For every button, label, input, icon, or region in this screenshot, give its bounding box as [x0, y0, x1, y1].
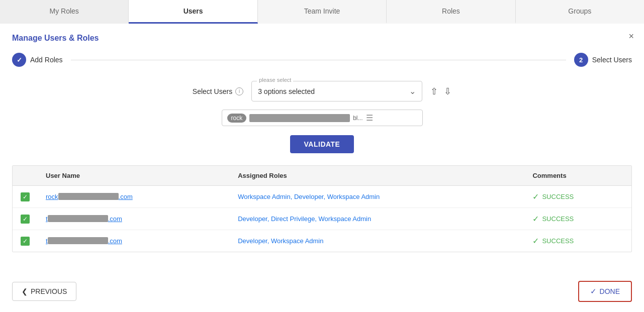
tabs-bar: My Roles Users Team Invite Roles Groups: [0, 0, 644, 24]
dropdown-value: 3 options selected: [258, 87, 315, 95]
username-cell: t .com: [38, 230, 230, 252]
step-2-label: Select Users: [592, 56, 632, 64]
step-1-label: Add Roles: [30, 56, 63, 64]
close-button[interactable]: ×: [628, 32, 634, 41]
download-button[interactable]: ⇩: [444, 86, 451, 97]
user-email-link[interactable]: t .com: [46, 237, 122, 245]
assigned-roles-cell: Developer, Direct Privilege, Workspace A…: [230, 208, 524, 230]
step-1: ✓ Add Roles: [12, 53, 63, 67]
checkbox[interactable]: [21, 215, 30, 224]
table-header-row: User Name Assigned Roles Comments: [13, 166, 631, 186]
upload-button[interactable]: ⇧: [430, 86, 438, 97]
redacted-username: [48, 237, 108, 244]
user-email-link[interactable]: rock .com: [46, 193, 133, 200]
validate-button[interactable]: VALIDATE: [290, 135, 354, 153]
success-icon: ✓: [532, 192, 539, 201]
done-label: DONE: [600, 287, 620, 295]
tag-1: rock: [227, 114, 247, 123]
row-checkbox-cell[interactable]: [13, 230, 38, 252]
previous-label: PREVIOUS: [31, 287, 67, 295]
table-row: rock .comWorkspace Admin, Developer, Wor…: [13, 186, 631, 208]
select-users-dropdown[interactable]: please select 3 options selected ⌄: [251, 81, 422, 101]
tab-my-roles[interactable]: My Roles: [0, 0, 129, 24]
comments-cell: ✓SUCCESS: [524, 208, 631, 230]
tags-row: rock bl... ☰: [12, 110, 632, 126]
results-table: User Name Assigned Roles Comments rock .…: [12, 165, 632, 252]
done-button[interactable]: ✓ DONE: [578, 281, 632, 302]
chevron-left-icon: ❮: [22, 287, 28, 295]
redacted-username: [58, 193, 119, 200]
status-badge: SUCCESS: [542, 193, 574, 200]
row-checkbox-cell[interactable]: [13, 208, 38, 230]
status-badge: SUCCESS: [542, 237, 574, 245]
app-container: My Roles Users Team Invite Roles Groups …: [0, 0, 644, 312]
step-1-circle: ✓: [12, 53, 26, 67]
assigned-roles-cell: Workspace Admin, Developer, Workspace Ad…: [230, 186, 524, 208]
col-comments: Comments: [524, 166, 631, 186]
tab-roles[interactable]: Roles: [387, 0, 515, 24]
dropdown-placeholder-label: please select: [257, 77, 293, 83]
user-email-link[interactable]: t .com: [46, 215, 122, 223]
redacted-username: [48, 215, 108, 222]
tab-groups[interactable]: Groups: [516, 0, 644, 24]
tag-ellipsis: bl...: [353, 115, 362, 122]
footer: ❮ PREVIOUS ✓ DONE: [0, 275, 644, 312]
chevron-down-icon: ⌄: [409, 86, 416, 96]
dropdown-trigger[interactable]: 3 options selected ⌄: [252, 81, 422, 101]
success-icon: ✓: [532, 214, 539, 224]
table-row: t .comDeveloper, Direct Privilege, Works…: [13, 208, 631, 230]
col-assigned-roles: Assigned Roles: [230, 166, 524, 186]
comments-cell: ✓SUCCESS: [524, 186, 631, 208]
username-cell: t .com: [38, 208, 230, 230]
info-icon[interactable]: i: [235, 87, 243, 95]
success-icon: ✓: [532, 236, 539, 246]
list-icon[interactable]: ☰: [366, 113, 373, 123]
col-username: User Name: [38, 166, 230, 186]
checkbox[interactable]: [21, 192, 30, 201]
main-content: Manage Users & Roles × ✓ Add Roles 2 Sel…: [0, 24, 644, 275]
row-checkbox-cell[interactable]: [13, 186, 38, 208]
col-checkbox: [13, 166, 38, 186]
check-circle-icon: ✓: [590, 287, 597, 296]
comments-cell: ✓SUCCESS: [524, 230, 631, 252]
validate-row: VALIDATE: [12, 135, 632, 153]
stepper: ✓ Add Roles 2 Select Users: [12, 53, 632, 67]
redacted-tag: [249, 114, 350, 122]
stepper-line: [71, 60, 566, 60]
select-users-row: Select Users i please select 3 options s…: [12, 81, 632, 101]
checkbox[interactable]: [21, 237, 30, 246]
page-title: Manage Users & Roles: [12, 34, 632, 43]
upload-icons: ⇧ ⇩: [430, 86, 451, 97]
username-cell: rock .com: [38, 186, 230, 208]
tab-users[interactable]: Users: [129, 0, 257, 24]
select-users-label: Select Users i: [193, 87, 243, 95]
assigned-roles-cell: Developer, Workspace Admin: [230, 230, 524, 252]
table-row: t .comDeveloper, Workspace Admin✓SUCCESS: [13, 230, 631, 252]
tag-input-area: rock bl... ☰: [222, 110, 423, 126]
tab-team-invite[interactable]: Team Invite: [258, 0, 387, 24]
step-2-circle: 2: [574, 53, 588, 67]
status-badge: SUCCESS: [542, 215, 574, 223]
step-2: 2 Select Users: [574, 53, 632, 67]
previous-button[interactable]: ❮ PREVIOUS: [12, 282, 76, 301]
